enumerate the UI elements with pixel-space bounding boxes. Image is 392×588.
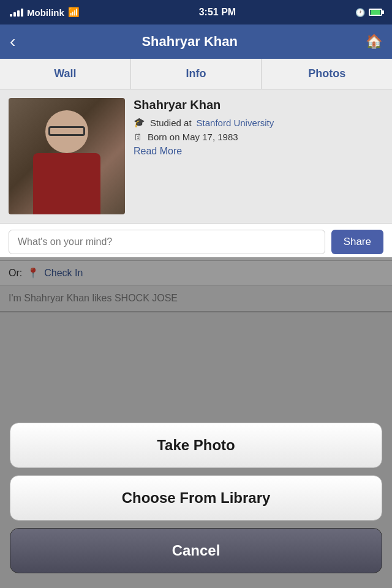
tab-bar: Wall Info Photos xyxy=(0,59,392,89)
signal-bar-4 xyxy=(21,9,23,17)
profile-info: Shahryar Khan 🎓 Studied at Stanford Univ… xyxy=(134,98,383,157)
signal-bar-2 xyxy=(13,12,16,17)
battery-icon xyxy=(369,9,382,16)
birthday-row: 🗓 Born on May 17, 1983 xyxy=(134,132,383,142)
born-label: Born on May 17, 1983 xyxy=(148,132,238,142)
home-icon[interactable]: 🏠 xyxy=(366,34,382,50)
take-photo-button[interactable]: Take Photo xyxy=(10,423,382,468)
status-left: Mobilink 📶 xyxy=(10,7,80,18)
cancel-button[interactable]: Cancel xyxy=(10,528,382,573)
wifi-icon: 📶 xyxy=(68,7,80,18)
education-row: 🎓 Studied at Stanford University xyxy=(134,117,383,128)
battery-fill xyxy=(371,10,380,15)
back-button[interactable]: ‹ xyxy=(10,29,21,54)
avatar-glasses xyxy=(48,126,85,136)
tab-wall[interactable]: Wall xyxy=(0,59,131,89)
signal-bar-1 xyxy=(10,14,12,17)
profile-section: Shahryar Khan 🎓 Studied at Stanford Univ… xyxy=(0,89,392,224)
clock-icon: 🕐 xyxy=(355,8,365,17)
share-button[interactable]: Share xyxy=(331,230,383,254)
avatar-placeholder xyxy=(9,98,125,214)
action-sheet-overlay: Take Photo Choose From Library Cancel xyxy=(0,257,392,588)
birthday-icon: 🗓 xyxy=(134,132,143,142)
signal-bar-3 xyxy=(17,10,20,17)
avatar-figure xyxy=(9,98,125,214)
status-time: 3:51 PM xyxy=(199,7,236,18)
university-link[interactable]: Stanford University xyxy=(197,118,274,128)
avatar-body xyxy=(33,153,100,214)
read-more-link[interactable]: Read More xyxy=(134,146,383,157)
profile-name: Shahryar Khan xyxy=(134,98,383,112)
studied-at-label: Studied at xyxy=(150,118,192,128)
signal-bars-icon xyxy=(10,8,23,17)
status-input[interactable] xyxy=(9,230,325,254)
tab-info[interactable]: Info xyxy=(131,59,262,89)
status-bar: Mobilink 📶 3:51 PM 🕐 xyxy=(0,0,392,24)
status-section: Share xyxy=(0,224,392,261)
nav-bar: ‹ Shahryar Khan 🏠 xyxy=(0,24,392,59)
avatar xyxy=(9,98,125,214)
status-right: 🕐 xyxy=(355,8,382,17)
education-icon: 🎓 xyxy=(134,117,145,128)
tab-photos[interactable]: Photos xyxy=(262,59,392,89)
choose-library-button[interactable]: Choose From Library xyxy=(10,475,382,521)
carrier-label: Mobilink xyxy=(27,7,64,18)
nav-title: Shahryar Khan xyxy=(21,34,358,50)
